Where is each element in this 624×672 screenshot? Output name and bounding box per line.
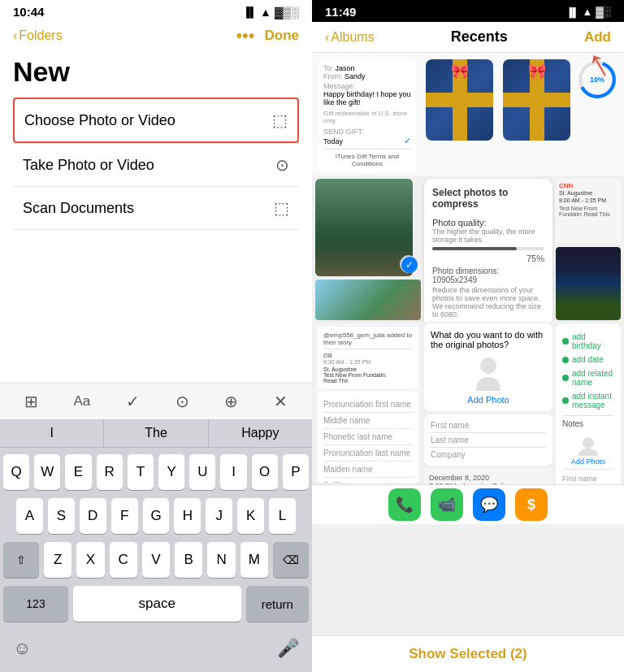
share-time: 7:23 PM · Amazing Eol [429, 482, 548, 484]
facetime-button[interactable]: 📹 [431, 488, 463, 521]
nav-bar-left: ‹ Folders ••• Done [0, 22, 312, 53]
from-value: Sandy [344, 72, 366, 80]
action-related[interactable]: add related name [562, 366, 614, 389]
from-label: From: Sandy [323, 72, 411, 80]
send-date-value: Today [323, 137, 343, 145]
add-photo-link[interactable]: Add Photo [431, 395, 546, 405]
action-date[interactable]: add date [562, 353, 614, 366]
numbers-key[interactable]: 123 [3, 586, 68, 622]
markup-icon[interactable]: ⊕ [224, 392, 238, 411]
dimensions-note: Reduce the dimensions of your photos to … [432, 286, 544, 319]
bottom-bar-left: ☺ 🎤 [0, 633, 312, 672]
right-bottom-col: add birthday add date add related name a… [556, 323, 621, 483]
key-q[interactable]: Q [3, 454, 29, 490]
key-j[interactable]: J [206, 498, 232, 534]
key-f[interactable]: F [111, 498, 138, 534]
nav-actions-left: ••• Done [236, 25, 299, 46]
add-photo-contact: Add Photo [562, 433, 614, 466]
autocorrect-item-3[interactable]: Happy [209, 419, 312, 447]
key-k[interactable]: K [237, 498, 264, 534]
send-gift-row: SEND GIFT: [323, 128, 411, 136]
photo-gradient [315, 244, 413, 276]
field-pron-first: Pronunciation first name [323, 397, 413, 413]
key-y[interactable]: Y [158, 454, 184, 490]
gift-form-card: To: Jason From: Sandy Message: Happy bir… [318, 59, 416, 172]
nav-back-left[interactable]: ‹ Folders [13, 28, 63, 43]
back-chevron-left: ‹ [13, 28, 17, 43]
person-icon-container [431, 354, 546, 395]
key-u[interactable]: U [189, 454, 215, 490]
emoji-icon[interactable]: ☺ [13, 638, 31, 659]
autocorrect-item-2[interactable]: The [104, 419, 208, 447]
battery-icon-left: ▓▒░ [275, 6, 299, 19]
key-s[interactable]: S [48, 498, 75, 534]
key-i[interactable]: I [220, 454, 246, 490]
add-photo-icon [576, 433, 600, 457]
status-icons-right: ▐▌ ▲ ▓░ [566, 6, 611, 18]
birthday-label: add birthday [572, 332, 614, 350]
return-key[interactable]: return [246, 586, 309, 622]
key-d[interactable]: D [80, 498, 106, 534]
shift-key[interactable]: ⇧ [3, 542, 39, 578]
close-toolbar-icon[interactable]: ✕ [274, 392, 288, 411]
photo-checkmark: ✓ [401, 257, 418, 273]
phone-button[interactable]: 📞 [388, 488, 421, 521]
key-l[interactable]: L [269, 498, 296, 534]
checklist-icon[interactable]: ✓ [126, 392, 140, 411]
bow-2: 🎀 [528, 63, 546, 80]
field-company: Company [431, 448, 546, 459]
key-w[interactable]: W [34, 454, 60, 490]
show-selected-text[interactable]: Show Selected (2) [409, 646, 526, 661]
key-v[interactable]: V [142, 542, 170, 578]
key-b[interactable]: B [175, 542, 202, 578]
space-key[interactable]: space [73, 586, 241, 622]
autocorrect-item-1[interactable]: I [0, 419, 104, 447]
signal-icon-left: ▐▌ [243, 7, 257, 18]
choose-photo-menu-item[interactable]: Choose Photo or Video ⬚ [13, 98, 299, 143]
show-selected-bar: Show Selected (2) [312, 635, 624, 672]
delete-key[interactable]: ⌫ [273, 542, 309, 578]
dollar-button[interactable]: $ [515, 488, 548, 521]
key-c[interactable]: C [110, 542, 137, 578]
grid-icon[interactable]: ⊞ [24, 392, 38, 411]
key-o[interactable]: O [252, 454, 278, 490]
scan-documents-menu-item[interactable]: Scan Documents ⬚ [13, 187, 299, 229]
message-button[interactable]: 💬 [473, 488, 505, 521]
key-n[interactable]: N [207, 542, 235, 578]
take-photo-menu-item[interactable]: Take Photo or Video ⊙ [13, 144, 299, 186]
itunes-terms: iTunes Gift Terms and Conditions [323, 153, 411, 167]
field2-first: First name [562, 473, 614, 484]
menu-divider-3 [13, 229, 299, 230]
add-photo-contact-label[interactable]: Add Photo [571, 457, 605, 466]
to-value: Jason [336, 64, 355, 72]
take-photo-label: Take Photo or Video [23, 157, 154, 174]
dimensions-label: Photo dimensions: 10905x2349 [432, 267, 544, 284]
key-m[interactable]: M [240, 542, 268, 578]
bottom-area: @emp558_gem_julia added to their story D… [312, 322, 624, 484]
key-p[interactable]: P [283, 454, 309, 490]
done-button[interactable]: Done [265, 28, 300, 44]
wifi-icon-left: ▲ [260, 6, 271, 19]
nav-back-albums[interactable]: ‹ Albums [325, 30, 375, 45]
action-instant[interactable]: add instant message [562, 389, 614, 412]
key-g[interactable]: G [143, 498, 170, 534]
more-options-button[interactable]: ••• [236, 25, 254, 46]
keyboard-row-2: A S D F G H J K L [3, 498, 309, 534]
key-z[interactable]: Z [44, 542, 72, 578]
key-t[interactable]: T [128, 454, 154, 490]
key-e[interactable]: E [65, 454, 91, 490]
key-a[interactable]: A [16, 498, 43, 534]
right-panel: 11:49 ▐▌ ▲ ▓░ ‹ Albums Recents Add ↑ To:… [312, 0, 624, 672]
text-format-icon[interactable]: Aa [74, 393, 91, 410]
menu-section: Choose Photo or Video ⬚ Take Photo or Vi… [0, 98, 312, 383]
key-r[interactable]: R [97, 454, 123, 490]
key-x[interactable]: X [76, 542, 104, 578]
camera-toolbar-icon[interactable]: ⊙ [176, 392, 189, 411]
notes-label: Notes [562, 415, 614, 428]
tree-background [556, 247, 621, 320]
action-birthday[interactable]: add birthday [562, 330, 614, 353]
camera-icon: ⊙ [275, 155, 289, 175]
key-h[interactable]: H [174, 498, 201, 534]
forest-photo-container: + ✓ [315, 179, 421, 276]
microphone-icon[interactable]: 🎤 [277, 638, 299, 659]
